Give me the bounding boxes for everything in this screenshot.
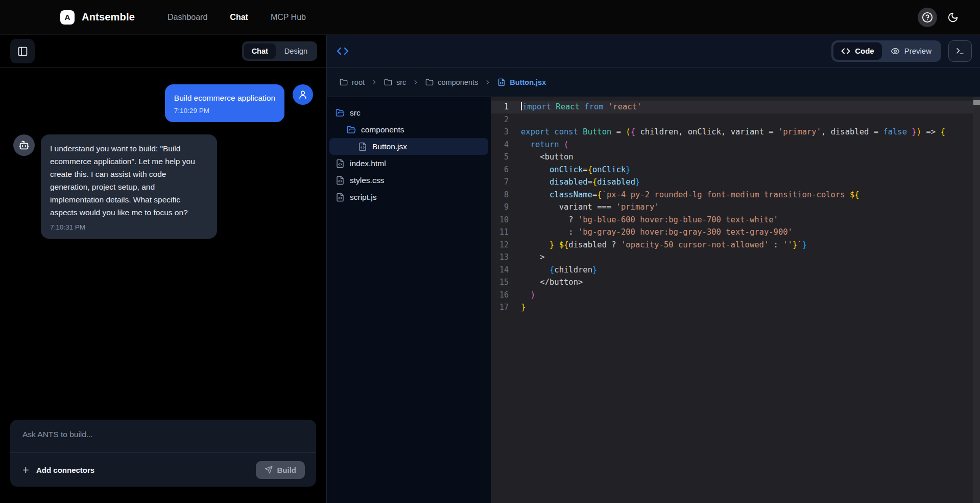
code-line-10[interactable]: 10? 'bg-blue-600 hover:bg-blue-700 text-… — [491, 214, 980, 226]
user-message-bubble: Build ecommerce application 7:10:29 PM — [165, 84, 284, 122]
file-tree: srccomponentsButton.jsxindex.htmlstyles.… — [327, 97, 491, 503]
code-line-text: import React from 'react' — [517, 101, 980, 113]
code-line-text: > — [517, 251, 980, 264]
code-line-7[interactable]: 7disabled={disabled} — [491, 176, 980, 189]
tree-item-components[interactable]: components — [329, 121, 488, 138]
assistant-message-time: 7:10:31 PM — [50, 223, 208, 231]
tree-item-script-js[interactable]: script.js — [329, 189, 488, 205]
code-editor[interactable]: 1import React from 'react'23export const… — [491, 97, 980, 503]
tree-item-styles-css[interactable]: styles.css — [329, 172, 488, 189]
build-button[interactable]: Build — [256, 461, 305, 479]
composer: Add connectors Build — [10, 420, 316, 487]
assistant-message-row: I understand you want to build: "Build e… — [13, 134, 313, 239]
code-icon — [337, 45, 349, 57]
tree-item-src[interactable]: src — [329, 104, 488, 121]
tree-item-label: index.html — [350, 159, 386, 168]
line-number: 6 — [491, 164, 517, 176]
breadcrumb-item-components[interactable]: components — [425, 78, 478, 86]
file-code-icon — [336, 193, 345, 202]
view-option-preview[interactable]: Preview — [883, 42, 939, 60]
terminal-button[interactable] — [948, 40, 972, 62]
line-number: 3 — [491, 126, 517, 139]
workspace-panel: CodePreview rootsrccomponentsButton.jsx … — [327, 35, 980, 503]
line-number: 12 — [491, 239, 517, 252]
mode-option-design[interactable]: Design — [277, 43, 315, 59]
assistant-message-bubble: I understand you want to build: "Build e… — [41, 134, 217, 239]
code-line-2[interactable]: 2 — [491, 113, 980, 126]
code-line-12[interactable]: 12} ${disabled ? 'opacity-50 cursor-not-… — [491, 239, 980, 252]
code-line-text: {children} — [517, 264, 980, 277]
breadcrumb-item-button-jsx[interactable]: Button.jsx — [497, 78, 546, 86]
file-code-icon — [336, 159, 345, 168]
composer-actions: Add connectors Build — [10, 453, 316, 487]
code-icon — [841, 47, 850, 56]
code-line-8[interactable]: 8className={`px-4 py-2 rounded-lg font-m… — [491, 189, 980, 201]
code-preview-toggle: CodePreview — [831, 40, 941, 62]
code-line-6[interactable]: 6onClick={onClick} — [491, 164, 980, 176]
file-code-icon — [358, 142, 367, 151]
code-line-3[interactable]: 3export const Button = ({ children, onCl… — [491, 126, 980, 139]
code-line-14[interactable]: 14{children} — [491, 264, 980, 277]
nav-item-chat[interactable]: Chat — [230, 13, 248, 22]
prompt-input[interactable] — [10, 420, 316, 452]
add-connectors-button[interactable]: Add connectors — [21, 466, 94, 474]
sidebar-toggle-button[interactable] — [10, 39, 35, 63]
code-line-9[interactable]: 9variant === 'primary' — [491, 201, 980, 214]
tree-item-index-html[interactable]: index.html — [329, 155, 488, 172]
code-line-5[interactable]: 5<button — [491, 151, 980, 164]
tree-item-label: Button.jsx — [372, 142, 407, 151]
code-line-text: disabled={disabled} — [517, 176, 980, 189]
main-split: ChatDesign Build ecommerce application 7… — [0, 35, 980, 503]
code-line-text — [517, 113, 980, 126]
breadcrumb-label: components — [438, 78, 478, 86]
app-logo-letter: A — [65, 13, 70, 21]
breadcrumb-item-root[interactable]: root — [340, 78, 365, 86]
code-line-text: : 'bg-gray-200 hover:bg-gray-300 text-gr… — [517, 226, 980, 239]
code-line-text: ) — [517, 289, 980, 302]
user-message-time: 7:10:29 PM — [174, 107, 275, 115]
line-number: 13 — [491, 251, 517, 264]
tree-item-label: styles.css — [350, 176, 384, 185]
code-line-text: } — [517, 301, 980, 314]
code-line-15[interactable]: 15</button> — [491, 276, 980, 289]
code-line-13[interactable]: 13> — [491, 251, 980, 264]
code-line-1[interactable]: 1import React from 'react' — [491, 101, 980, 113]
theme-toggle-button[interactable] — [947, 11, 960, 24]
line-number: 9 — [491, 201, 517, 214]
editor-scrollbar[interactable] — [973, 97, 980, 503]
code-line-text: </button> — [517, 276, 980, 289]
editor-scrollbar-thumb[interactable] — [973, 100, 980, 105]
app-logo: A — [60, 10, 75, 25]
breadcrumb-item-src[interactable]: src — [384, 78, 406, 86]
breadcrumb: rootsrccomponentsButton.jsx — [327, 67, 980, 97]
mode-option-chat[interactable]: Chat — [244, 43, 276, 59]
code-line-16[interactable]: 16) — [491, 289, 980, 302]
primary-nav: DashboardChatMCP Hub — [168, 13, 306, 22]
code-line-11[interactable]: 11: 'bg-gray-200 hover:bg-gray-300 text-… — [491, 226, 980, 239]
chevron-right-icon — [371, 79, 378, 86]
view-option-code[interactable]: Code — [833, 42, 882, 60]
code-line-text: } ${disabled ? 'opacity-50 cursor-not-al… — [517, 239, 980, 252]
workspace-header-actions: CodePreview — [831, 40, 972, 62]
line-number: 5 — [491, 151, 517, 164]
folder-icon — [340, 78, 348, 86]
line-number: 14 — [491, 264, 517, 277]
tree-item-button-jsx[interactable]: Button.jsx — [329, 138, 488, 155]
panel-left-icon — [17, 46, 28, 57]
line-number: 16 — [491, 289, 517, 302]
help-button[interactable] — [918, 8, 937, 27]
nav-left: A Antsemble DashboardChatMCP Hub — [60, 10, 306, 25]
send-icon — [265, 466, 273, 474]
line-number: 7 — [491, 176, 517, 189]
nav-item-dashboard[interactable]: Dashboard — [168, 13, 207, 22]
code-line-text: <button — [517, 151, 980, 164]
top-nav: A Antsemble DashboardChatMCP Hub — [0, 0, 980, 35]
user-icon — [298, 89, 308, 100]
plus-icon — [21, 466, 30, 474]
line-number: 1 — [491, 101, 517, 113]
code-line-4[interactable]: 4return ( — [491, 139, 980, 151]
nav-item-mcp-hub[interactable]: MCP Hub — [271, 13, 306, 22]
line-number: 11 — [491, 226, 517, 239]
code-line-text: return ( — [517, 139, 980, 151]
code-line-17[interactable]: 17} — [491, 301, 980, 314]
